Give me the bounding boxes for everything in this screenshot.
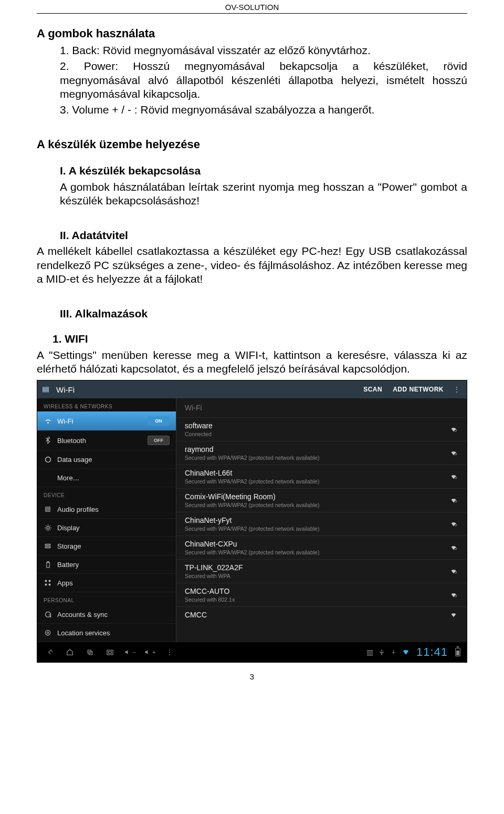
svg-rect-19	[455, 500, 457, 502]
heading-setup: A készülék üzembe helyezése	[37, 138, 467, 151]
svg-rect-8	[46, 562, 49, 568]
titlebar: Wi-Fi SCAN ADD NETWORK ⋮	[37, 380, 467, 398]
wifi-network-item[interactable]: softwareConnected	[176, 417, 467, 441]
recent-apps-button[interactable]	[80, 645, 99, 660]
overflow-menu-icon[interactable]: ⋮	[451, 385, 463, 394]
usb-icon	[376, 648, 387, 656]
sync-icon	[44, 610, 52, 619]
page-header: OV-SOLUTION	[37, 0, 467, 14]
sidebar-section-header: DEVICE	[37, 487, 176, 500]
svg-rect-10	[45, 580, 47, 582]
sidebar-item-location[interactable]: Location services	[37, 624, 176, 642]
wifi-toggle[interactable]: ON	[148, 416, 170, 426]
sidebar-item-storage[interactable]: Storage	[37, 537, 176, 555]
network-ssid: CMCC-AUTO	[185, 587, 445, 595]
svg-rect-6	[45, 544, 50, 545]
subheading-data-transfer: II. Adatátvitel	[60, 229, 467, 242]
sidebar-item-data-usage[interactable]: Data usage	[37, 450, 176, 469]
network-ssid: ChinaNet-yFyt	[185, 516, 445, 524]
network-security: Secured with 802.1x	[185, 596, 445, 603]
svg-rect-26	[107, 650, 112, 655]
wifi-network-item[interactable]: ChinaNet-yFytSecured with WPA/WPA2 (prot…	[176, 512, 467, 535]
heading-buttons: A gombok használata	[37, 27, 467, 40]
home-button[interactable]	[60, 645, 79, 660]
android-settings-screenshot: Wi-Fi SCAN ADD NETWORK ⋮ WIRELESS & NETW…	[37, 380, 467, 663]
wifi-signal-icon	[400, 648, 412, 656]
notification-icon[interactable]: ▥	[364, 648, 375, 656]
titlebar-title: Wi-Fi	[56, 385, 75, 394]
sidebar-item-label: Data usage	[57, 456, 170, 463]
page-number: 3	[37, 672, 467, 681]
network-ssid: raymond	[185, 445, 445, 454]
sidebar-item-apps[interactable]: Apps	[37, 574, 176, 592]
sidebar-item-label: Wi-Fi	[57, 417, 142, 425]
network-list: Wi-Fi softwareConnectedraymondSecured wi…	[176, 398, 467, 642]
sidebar-item-label: Bluetooth	[57, 437, 142, 445]
network-security: Secured with WPA/WPA2 (protected network…	[185, 478, 445, 485]
sidebar-item-accounts[interactable]: Accounts & sync	[37, 605, 176, 624]
subheading-wifi: 1. WIFI	[52, 332, 467, 346]
wifi-locked-icon	[449, 449, 458, 457]
network-security: Secured with WPA/WPA2 (protected network…	[185, 549, 445, 555]
display-icon	[44, 523, 52, 532]
sidebar-item-display[interactable]: Display	[37, 519, 176, 537]
volume-down-button[interactable]: −	[120, 645, 139, 660]
bluetooth-toggle[interactable]: OFF	[148, 436, 170, 445]
network-ssid: ChinaNet-CXPu	[185, 540, 445, 548]
back-button[interactable]	[40, 645, 59, 660]
wifi-network-item[interactable]: CMCC-AUTOSecured with 802.1x	[176, 583, 467, 606]
wifi-open-icon	[449, 611, 458, 619]
sidebar-section-header: PERSONAL	[37, 592, 176, 605]
volume-up-button[interactable]: +	[140, 645, 159, 660]
settings-sidebar: WIRELESS & NETWORKS Wi-Fi ON Bluetooth O…	[37, 398, 176, 642]
list-item: 3. Volume + / - : Rövid megnyomásával sz…	[60, 103, 467, 117]
wifi-locked-icon	[449, 591, 458, 599]
svg-point-3	[45, 457, 50, 462]
sidebar-item-more[interactable]: More…	[37, 469, 176, 487]
sidebar-item-audio[interactable]: Audio profiles	[37, 500, 176, 519]
paragraph: A mellékelt kábellel csatlakoztassa a ké…	[37, 244, 467, 286]
network-security: Connected	[185, 431, 445, 437]
sidebar-item-battery[interactable]: Battery	[37, 555, 176, 574]
sidebar-item-label: More…	[57, 474, 170, 482]
sidebar-item-bluetooth[interactable]: Bluetooth OFF	[37, 431, 176, 450]
scan-button[interactable]: SCAN	[360, 386, 385, 393]
svg-rect-11	[49, 580, 51, 582]
wifi-network-item[interactable]: CMCC	[176, 606, 467, 623]
screenshot-button[interactable]	[100, 645, 119, 660]
network-security: Secured with WPA/WPA2 (protected network…	[185, 502, 445, 508]
wifi-network-item[interactable]: Comix-WiFi(Meeting Room)Secured with WPA…	[176, 488, 467, 512]
download-icon	[388, 648, 398, 656]
wifi-network-item[interactable]: ChinaNet-L66tSecured with WPA/WPA2 (prot…	[176, 465, 467, 488]
location-icon	[44, 628, 52, 637]
network-ssid: software	[185, 421, 445, 430]
list-item: 1. Back: Rövid megnyomásával visszatér a…	[60, 44, 467, 57]
network-ssid: Comix-WiFi(Meeting Room)	[185, 492, 445, 501]
add-network-button[interactable]: ADD NETWORK	[390, 386, 447, 393]
subheading-apps: III. Alkalmazások	[60, 307, 467, 321]
subheading-power-on: I. A készülék bekapcsolása	[60, 164, 467, 178]
menu-button[interactable]: ⋮	[160, 645, 179, 660]
storage-icon	[44, 542, 52, 550]
svg-rect-13	[49, 584, 51, 586]
sidebar-item-label: Location services	[57, 629, 170, 637]
network-ssid: TP-LINK_022A2F	[185, 563, 445, 572]
wifi-network-item[interactable]: raymondSecured with WPA/WPA2 (protected …	[176, 441, 467, 465]
sidebar-item-label: Apps	[57, 579, 170, 587]
svg-point-14	[47, 632, 49, 634]
wifi-network-item[interactable]: TP-LINK_022A2FSecured with WPA	[176, 559, 467, 583]
sidebar-section-header: WIRELESS & NETWORKS	[37, 398, 176, 411]
wifi-icon	[44, 417, 52, 425]
bluetooth-icon	[44, 436, 52, 445]
wifi-network-item[interactable]: ChinaNet-CXPuSecured with WPA/WPA2 (prot…	[176, 535, 467, 559]
list-item: 2. Power: Hosszú megnyomásával bekapcsol…	[60, 59, 467, 101]
main-header: Wi-Fi	[176, 398, 467, 417]
sidebar-item-wifi[interactable]: Wi-Fi ON	[37, 411, 176, 431]
wifi-locked-icon	[449, 568, 458, 575]
svg-rect-2	[43, 391, 49, 392]
network-security: Secured with WPA/WPA2 (protected network…	[185, 455, 445, 461]
sidebar-item-label: Battery	[57, 561, 170, 569]
status-clock: 11:41	[413, 645, 451, 659]
svg-rect-17	[455, 453, 457, 455]
network-security: Secured with WPA/WPA2 (protected network…	[185, 526, 445, 532]
